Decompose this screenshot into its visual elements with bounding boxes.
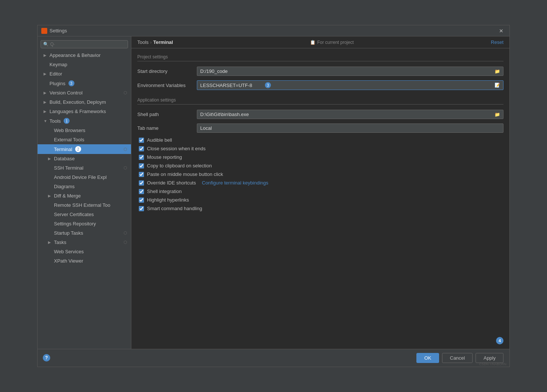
nav-item-label: Android Device File Expl	[54, 174, 107, 180]
copy-icon: ⬡	[124, 90, 127, 95]
sidebar: 🔍 ▶Appearance & BehaviorKeymap▶EditorPlu…	[38, 36, 131, 349]
tab-name-label: Tab name	[137, 125, 197, 131]
shell-path-row: Shell path 📁	[137, 110, 503, 119]
sidebar-item-version-control[interactable]: ▶Version Control⬡	[38, 88, 131, 97]
settings-dialog: Settings ✕ 🔍 ▶Appearance & BehaviorKeyma…	[37, 25, 510, 367]
help-button[interactable]: ?	[43, 354, 50, 362]
sidebar-item-android-device[interactable]: Android Device File Expl	[38, 173, 131, 182]
checkbox-close-session[interactable]	[139, 146, 144, 151]
sidebar-item-tools[interactable]: ▼Tools1	[38, 116, 131, 126]
nav-arrow-icon: ▶	[44, 100, 48, 104]
nav-arrow-icon: ▶	[48, 157, 52, 161]
start-directory-input[interactable]: 📁	[197, 67, 503, 76]
sidebar-item-ssh-terminal[interactable]: SSH Terminal⬡	[38, 163, 131, 173]
shell-path-field[interactable]	[200, 112, 495, 117]
checkbox-copy-clipboard[interactable]	[139, 163, 144, 168]
checkbox-shell-integration[interactable]	[139, 189, 144, 194]
sidebar-item-build-exec[interactable]: ▶Build, Execution, Deploym	[38, 97, 131, 107]
checkbox-override-ide[interactable]	[139, 180, 144, 186]
search-box[interactable]: 🔍	[41, 40, 128, 48]
sidebar-item-diagrams[interactable]: Diagrams	[38, 182, 131, 191]
reset-button[interactable]: Reset	[491, 39, 503, 45]
nav-item-label: Startup Tasks	[54, 230, 83, 236]
checkbox-row-mouse-reporting: Mouse reporting	[137, 154, 503, 160]
sidebar-item-diff-merge[interactable]: ▶Diff & Merge	[38, 191, 131, 200]
nav-arrow-icon: ▶	[44, 72, 48, 76]
nav-item-label: Remote SSH External Too	[54, 202, 111, 208]
sidebar-item-editor[interactable]: ▶Editor	[38, 69, 131, 78]
env-vars-value-container: 3	[200, 82, 271, 88]
search-input[interactable]	[50, 42, 125, 47]
nav-badge: 1	[64, 118, 70, 124]
nav-item-label: XPath Viewer	[54, 258, 83, 264]
for-project-label: For current project	[317, 40, 354, 45]
apply-button[interactable]: Apply	[476, 353, 503, 363]
env-vars-field[interactable]	[200, 83, 263, 88]
tab-name-input[interactable]	[197, 123, 503, 133]
start-directory-field[interactable]	[200, 68, 495, 74]
sidebar-item-languages[interactable]: ▶Languages & Frameworks	[38, 107, 131, 116]
nav-item-label: Editor	[49, 71, 62, 77]
nav-badge: 3	[68, 80, 74, 86]
main-content: 🔍 ▶Appearance & BehaviorKeymap▶EditorPlu…	[38, 36, 509, 349]
sidebar-item-appearance[interactable]: ▶Appearance & Behavior	[38, 51, 131, 60]
start-directory-row: Start directory 📁	[137, 67, 503, 76]
sidebar-item-server-certs[interactable]: Server Certificates	[38, 210, 131, 219]
copy-icon: ⬡	[124, 240, 127, 245]
checkbox-label-close-session: Close session when it ends	[147, 146, 206, 151]
nav-item-label: Server Certificates	[54, 212, 94, 217]
checkbox-highlight-hyperlinks[interactable]	[139, 197, 144, 203]
sidebar-item-plugins[interactable]: Plugins3	[38, 78, 131, 88]
nav-arrow-icon: ▼	[44, 119, 48, 123]
nav-item-label: Build, Execution, Deploym	[49, 99, 106, 105]
breadcrumb-parent: Tools	[137, 39, 148, 45]
close-button[interactable]: ✕	[497, 27, 506, 35]
checkbox-audible-bell[interactable]	[139, 138, 144, 143]
checkbox-label-paste-middle: Paste on middle mouse button click	[147, 171, 223, 177]
checkbox-mouse-reporting[interactable]	[139, 155, 144, 160]
title-bar: Settings ✕	[38, 25, 509, 36]
tab-name-field[interactable]	[200, 125, 500, 131]
dialog-title: Settings	[49, 28, 67, 33]
sidebar-item-startup-tasks[interactable]: Startup Tasks⬡	[38, 228, 131, 238]
tab-name-row: Tab name	[137, 123, 503, 133]
nav-item-label: Terminal	[54, 147, 72, 152]
sidebar-item-remote-ssh[interactable]: Remote SSH External Too	[38, 200, 131, 210]
app-settings-title: Application settings	[137, 97, 503, 105]
shell-path-input[interactable]: 📁	[197, 110, 503, 119]
nav-item-label: SSH Terminal	[54, 165, 83, 171]
sidebar-item-xpath-viewer[interactable]: XPath Viewer	[38, 256, 131, 266]
nav-item-label: Diagrams	[54, 184, 75, 189]
sidebar-item-terminal[interactable]: Terminal2⬡	[38, 144, 131, 154]
nav-item-label: External Tools	[54, 137, 84, 142]
checkbox-label-audible-bell: Audible bell	[147, 137, 172, 143]
for-project: 📋 For current project	[310, 40, 354, 45]
nav-arrow-icon: ▶	[44, 109, 48, 113]
sidebar-item-web-browsers[interactable]: Web Browsers	[38, 126, 131, 135]
cancel-button[interactable]: Cancel	[442, 353, 473, 363]
for-project-icon: 📋	[310, 40, 316, 45]
ok-button[interactable]: OK	[416, 353, 439, 363]
sidebar-item-web-services[interactable]: Web Services	[38, 247, 131, 256]
sidebar-item-keymap[interactable]: Keymap	[38, 60, 131, 69]
checkbox-paste-middle[interactable]	[139, 172, 144, 177]
checkbox-label-smart-command: Smart command handling	[147, 206, 202, 211]
checkbox-label-shell-integration: Shell integration	[147, 189, 182, 194]
checkbox-link-override-ide[interactable]: Configure terminal keybindings	[202, 180, 268, 186]
sidebar-item-tasks[interactable]: ▶Tasks⬡	[38, 238, 131, 247]
checkbox-smart-command[interactable]	[139, 206, 144, 211]
sidebar-item-external-tools[interactable]: External Tools	[38, 135, 131, 144]
checkbox-label-override-ide: Override IDE shortcuts	[147, 180, 196, 186]
breadcrumb: Tools › Terminal	[137, 39, 173, 45]
nav-item-label: Languages & Frameworks	[49, 109, 106, 114]
sidebar-item-database[interactable]: ▶Database	[38, 154, 131, 163]
checkbox-label-mouse-reporting: Mouse reporting	[147, 154, 182, 160]
checkboxes-container: Audible bellClose session when it endsMo…	[137, 137, 503, 211]
corner-badge: 4	[496, 337, 503, 344]
app-icon	[41, 28, 47, 34]
env-vars-input[interactable]: 3 📝	[197, 80, 503, 90]
copy-icon: ⬡	[124, 231, 127, 235]
checkbox-row-smart-command: Smart command handling	[137, 206, 503, 211]
panel-header: Tools › Terminal 📋 For current project R…	[131, 36, 509, 48]
sidebar-item-settings-repo[interactable]: Settings Repository	[38, 219, 131, 228]
